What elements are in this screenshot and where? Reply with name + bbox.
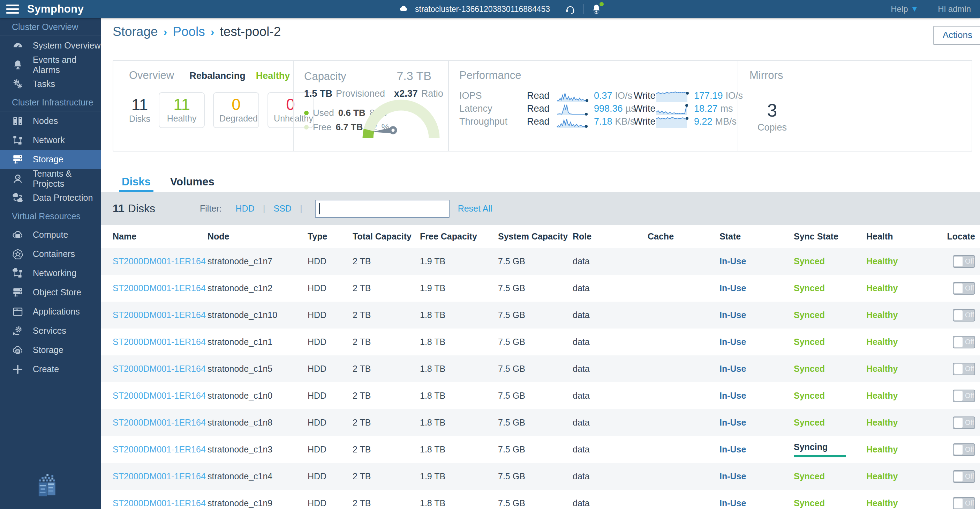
breadcrumb-pools-link[interactable]: Pools xyxy=(173,24,205,39)
sidebar-item-network[interactable]: Network xyxy=(0,131,101,150)
tab-volumes[interactable]: Volumes xyxy=(169,172,216,192)
performance-row-throughput: ThroughputRead7.18KB/sWrite9.22MB/s xyxy=(459,115,738,128)
column-header-free-capacity: Free Capacity xyxy=(420,231,498,242)
state-cell: In-Use xyxy=(719,471,794,482)
state-cell: In-Use xyxy=(719,337,794,347)
sidebar-section-header: Cluster Infrastructure xyxy=(0,94,101,111)
node-cell: stratonode_c1n8 xyxy=(207,418,308,428)
locate-toggle[interactable]: Off xyxy=(953,470,975,483)
locate-toggle[interactable]: Off xyxy=(953,389,975,402)
sidebar-item-data-protection[interactable]: Data Protection xyxy=(0,188,101,207)
node-cell: stratonode_c1n5 xyxy=(207,364,308,374)
disk-name-link[interactable]: ST2000DM001-1ER164 xyxy=(113,337,206,347)
sidebar: Cluster OverviewSystem OverviewEvents an… xyxy=(0,18,101,509)
sidebar-item-storage[interactable]: Storage xyxy=(0,150,101,169)
health-cell: Healthy xyxy=(866,283,947,293)
hamburger-menu-icon[interactable] xyxy=(6,5,19,14)
actions-button[interactable]: Actions xyxy=(933,26,980,45)
search-input[interactable] xyxy=(315,200,450,218)
disk-name-link[interactable]: ST2000DM001-1ER164 xyxy=(113,310,206,320)
tenant-icon xyxy=(12,173,24,185)
type-cell: HDD xyxy=(308,283,353,293)
disk-name-link[interactable]: ST2000DM001-1ER164 xyxy=(113,283,206,293)
sync-progress-bar xyxy=(794,455,846,457)
node-cell: stratonode_c1n3 xyxy=(207,444,308,455)
disk-name-link[interactable]: ST2000DM001-1ER164 xyxy=(113,418,206,427)
disk-name-link[interactable]: ST2000DM001-1ER164 xyxy=(113,471,206,481)
sidebar-item-object-store[interactable]: Object Store xyxy=(0,283,101,302)
sidebar-item-label: Object Store xyxy=(33,287,81,297)
gears-icon xyxy=(12,78,24,90)
disk-name-link[interactable]: ST2000DM001-1ER164 xyxy=(113,498,206,508)
toggle-knob xyxy=(954,445,963,455)
healthy-disks-stat: 11 Healthy xyxy=(159,92,205,128)
type-cell: HDD xyxy=(308,444,353,455)
performance-section: Performance IOPSRead0.37IO/sWrite177.19I… xyxy=(448,61,738,151)
sidebar-item-events-and-alarms[interactable]: Events and Alarms xyxy=(0,55,101,74)
user-menu[interactable]: Hi admin xyxy=(938,4,971,14)
performance-row-iops: IOPSRead0.37IO/sWrite177.19IO/s xyxy=(459,89,738,102)
sidebar-item-applications[interactable]: Applications xyxy=(0,302,101,321)
state-cell: In-Use xyxy=(719,364,794,374)
node-cell: stratonode_c1n4 xyxy=(207,471,308,482)
sync-state-cell: Synced xyxy=(794,310,866,320)
disk-name-link[interactable]: ST2000DM001-1ER164 xyxy=(113,364,206,373)
filter-ssd-link[interactable]: SSD xyxy=(274,204,291,214)
locate-toggle[interactable]: Off xyxy=(953,336,975,348)
health-cell: Healthy xyxy=(866,444,947,455)
type-cell: HDD xyxy=(308,256,353,266)
health-cell: Healthy xyxy=(866,337,947,347)
disk-name-link[interactable]: ST2000DM001-1ER164 xyxy=(113,391,206,400)
total-capacity-cell: 2 TB xyxy=(353,471,420,482)
tab-disks[interactable]: Disks xyxy=(120,172,152,192)
sidebar-item-compute[interactable]: Compute xyxy=(0,225,101,244)
cloud-network-icon xyxy=(12,267,24,279)
toggle-off-label: Off xyxy=(965,472,974,480)
support-icon[interactable] xyxy=(564,3,576,15)
locate-toggle[interactable]: Off xyxy=(953,497,975,509)
sidebar-item-label: System Overview xyxy=(33,40,100,51)
locate-toggle[interactable]: Off xyxy=(953,255,975,268)
performance-row-latency: LatencyRead998.36µsWrite18.27ms xyxy=(459,102,738,115)
overview-title: Overview xyxy=(129,69,174,82)
locate-toggle[interactable]: Off xyxy=(953,416,975,429)
reset-all-link[interactable]: Reset All xyxy=(458,204,492,214)
sidebar-item-create[interactable]: Create xyxy=(0,360,101,379)
read-value: 998.36µs xyxy=(594,103,634,114)
sidebar-item-networking[interactable]: Networking xyxy=(0,263,101,283)
help-menu[interactable]: Help ▼ xyxy=(891,4,918,14)
sidebar-item-nodes[interactable]: Nodes xyxy=(0,112,101,131)
sidebar-item-tenants-projects[interactable]: Tenants & Projects xyxy=(0,169,101,188)
role-cell: data xyxy=(573,364,648,374)
table-row: ST2000DM001-1ER164stratonode_c1n8HDD2 TB… xyxy=(101,409,980,436)
locate-toggle[interactable]: Off xyxy=(953,444,975,456)
sidebar-item-containers[interactable]: Containers xyxy=(0,244,101,263)
filter-hdd-link[interactable]: HDD xyxy=(236,204,255,214)
toggle-knob xyxy=(954,418,963,428)
sidebar-item-label: Compute xyxy=(33,230,68,240)
disk-name-link[interactable]: ST2000DM001-1ER164 xyxy=(113,256,206,266)
locate-toggle[interactable]: Off xyxy=(953,282,975,295)
health-cell: Healthy xyxy=(866,256,947,266)
total-capacity-cell: 2 TB xyxy=(353,310,420,320)
health-cell: Healthy xyxy=(866,310,947,320)
sidebar-item-services[interactable]: Services xyxy=(0,321,101,340)
disk-name-link[interactable]: ST2000DM001-1ER164 xyxy=(113,444,206,454)
free-capacity-cell: 1.8 TB xyxy=(420,418,498,428)
locate-toggle[interactable]: Off xyxy=(953,309,975,322)
divider xyxy=(583,4,584,14)
sidebar-item-storage[interactable]: Storage xyxy=(0,340,101,360)
locate-toggle[interactable]: Off xyxy=(953,363,975,375)
node-cell: stratonode_c1n1 xyxy=(207,337,308,347)
breadcrumb-storage-link[interactable]: Storage xyxy=(113,24,158,39)
notification-bell-icon[interactable] xyxy=(590,3,602,15)
services-gear-icon xyxy=(12,325,24,337)
degraded-disks-stat: 0 Degraded xyxy=(213,92,259,128)
free-capacity-cell: 1.8 TB xyxy=(420,391,498,401)
write-value: 18.27ms xyxy=(694,103,738,114)
toggle-knob xyxy=(954,310,963,320)
state-cell: In-Use xyxy=(719,283,794,293)
sidebar-item-system-overview[interactable]: System Overview xyxy=(0,36,101,55)
total-capacity-cell: 2 TB xyxy=(353,256,420,266)
sidebar-item-tasks[interactable]: Tasks xyxy=(0,74,101,94)
